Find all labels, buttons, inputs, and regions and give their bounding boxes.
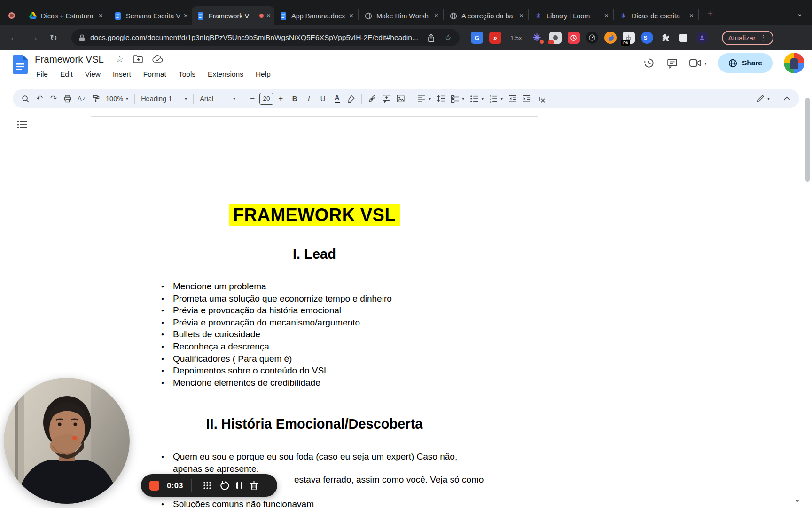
extensions-puzzle-icon[interactable]: [659, 32, 671, 44]
tab-close-icon[interactable]: ×: [604, 12, 609, 20]
tab-close-icon[interactable]: ×: [266, 12, 271, 20]
new-tab-button[interactable]: +: [707, 8, 713, 18]
tab-close-icon[interactable]: ×: [689, 12, 694, 20]
line-spacing-icon[interactable]: [435, 92, 447, 105]
text-color-icon[interactable]: A: [331, 92, 343, 105]
effects-dots-icon[interactable]: [203, 481, 212, 490]
tab-app-banana[interactable]: App Banana.docx ×: [274, 6, 357, 25]
bookmark-star-icon[interactable]: ☆: [445, 32, 452, 43]
restart-recording-icon[interactable]: [219, 481, 229, 490]
paint-format-icon[interactable]: [90, 92, 102, 105]
move-folder-icon[interactable]: [133, 55, 143, 63]
version-history-icon[interactable]: [643, 57, 655, 69]
globe-icon: [449, 12, 457, 20]
menu-insert[interactable]: Insert: [107, 69, 137, 80]
cloud-saved-icon[interactable]: [152, 55, 163, 63]
update-button[interactable]: Atualizar ⋮: [722, 31, 773, 45]
stop-recording-button[interactable]: [149, 481, 159, 491]
side-panel-icon[interactable]: [678, 32, 690, 44]
bold-icon[interactable]: B: [289, 92, 301, 105]
robot-extension-icon[interactable]: Off: [623, 32, 635, 44]
undo-icon[interactable]: ↶: [33, 92, 46, 105]
delete-recording-icon[interactable]: [250, 481, 258, 490]
menu-tools[interactable]: Tools: [172, 69, 202, 80]
star-document-icon[interactable]: ☆: [116, 54, 124, 64]
clear-formatting-icon[interactable]: T: [535, 92, 547, 105]
show-outline-icon[interactable]: [17, 120, 27, 131]
gauge-extension-icon[interactable]: [586, 32, 598, 44]
scroll-down-chevron-icon[interactable]: ⌄: [793, 493, 802, 504]
tab-framework-vsl-active[interactable]: Framework V ×: [192, 6, 274, 25]
tab-close-icon[interactable]: ×: [184, 12, 188, 20]
menu-bar: File Edit View Insert Format Tools Exten…: [30, 69, 277, 80]
forward-button[interactable]: →: [30, 32, 39, 43]
font-select[interactable]: Arial▾: [198, 92, 237, 105]
collapse-toolbar-icon[interactable]: [781, 92, 793, 105]
highlight-color-icon[interactable]: [345, 92, 357, 105]
tab-close-icon[interactable]: ×: [434, 12, 438, 20]
document-title[interactable]: Framework VSL: [35, 54, 104, 65]
share-page-icon[interactable]: [427, 33, 435, 42]
account-avatar[interactable]: [784, 53, 804, 73]
menu-file[interactable]: File: [30, 69, 54, 80]
increase-font-size-icon[interactable]: +: [274, 92, 287, 105]
loom-webcam-bubble[interactable]: [4, 378, 130, 504]
comments-icon[interactable]: [666, 57, 678, 69]
paragraph-style-select[interactable]: Heading 1▾: [139, 92, 189, 105]
menu-format[interactable]: Format: [137, 69, 172, 80]
tab-close-icon[interactable]: ×: [519, 12, 523, 20]
tab-make-him[interactable]: Make Him Worsh ×: [359, 6, 442, 25]
tab-search-chevron-icon[interactable]: ⌄: [796, 10, 803, 17]
list-item: ●Mencione um problema: [91, 280, 538, 293]
search-menus-icon[interactable]: [19, 92, 31, 105]
redo-icon[interactable]: ↷: [47, 92, 60, 105]
bulleted-list-select[interactable]: ▾: [468, 92, 485, 105]
translate-extension-icon[interactable]: G: [471, 32, 483, 44]
tab-a-correcao[interactable]: A correção da ba ×: [445, 6, 527, 25]
tab-close-icon[interactable]: ×: [99, 12, 103, 20]
insert-image-icon[interactable]: [394, 92, 406, 105]
tab-dicas-estrutura[interactable]: Dicas + Estrutura ×: [24, 6, 107, 25]
menu-edit[interactable]: Edit: [54, 69, 79, 80]
underline-icon[interactable]: U: [317, 92, 329, 105]
spellcheck-icon[interactable]: A✓: [76, 92, 88, 105]
document-page[interactable]: FRAMEWORK VSL I. Lead ●Mencione um probl…: [91, 116, 538, 508]
address-bar[interactable]: docs.google.com/document/d/1p3nIqBPzV5Un…: [71, 29, 460, 46]
meet-presentation-button[interactable]: ▾: [689, 58, 707, 68]
tab-semana-escrita[interactable]: Semana Escrita V ×: [109, 6, 192, 25]
insert-link-icon[interactable]: [366, 92, 378, 105]
share-button[interactable]: Share: [718, 53, 773, 73]
font-size-input[interactable]: 20: [259, 93, 273, 105]
tab-library-loom[interactable]: ✳ Library | Loom ×: [530, 6, 612, 25]
kebab-menu-icon[interactable]: ⋮: [760, 33, 767, 42]
zoom-select[interactable]: 100%▾: [104, 92, 130, 105]
tab-dicas-escrita[interactable]: ✳ Dicas de escrita ×: [615, 6, 697, 25]
video-speed-extension-icon[interactable]: »: [489, 32, 501, 44]
loom-extension-icon[interactable]: ✳: [531, 32, 543, 44]
swirl-extension-icon[interactable]: [604, 32, 617, 44]
pause-recording-icon[interactable]: [236, 482, 242, 489]
decrease-indent-icon[interactable]: [507, 92, 519, 105]
menu-view[interactable]: View: [79, 69, 107, 80]
reload-button[interactable]: ↻: [50, 32, 57, 43]
italic-icon[interactable]: I: [303, 92, 315, 105]
profile-avatar-icon[interactable]: [696, 32, 708, 44]
menu-extensions[interactable]: Extensions: [202, 69, 250, 80]
editing-mode-select[interactable]: ▾: [755, 92, 772, 105]
clock-extension-icon[interactable]: [568, 32, 580, 44]
s-extension-icon[interactable]: S_: [641, 32, 653, 44]
checklist-select[interactable]: ▾: [449, 92, 466, 105]
svg-text:3: 3: [490, 100, 491, 102]
scrollbar-thumb[interactable]: [805, 98, 810, 182]
tab-close-icon[interactable]: ×: [349, 12, 353, 20]
numbered-list-select[interactable]: 123▾: [487, 92, 505, 105]
back-button[interactable]: ←: [9, 32, 18, 43]
decrease-font-size-icon[interactable]: −: [246, 92, 258, 105]
google-docs-logo[interactable]: [13, 55, 28, 76]
menu-help[interactable]: Help: [250, 69, 277, 80]
camera-extension-icon[interactable]: [549, 32, 562, 44]
print-icon[interactable]: [62, 92, 74, 105]
add-comment-icon[interactable]: [380, 92, 392, 105]
increase-indent-icon[interactable]: [521, 92, 533, 105]
align-select[interactable]: ▾: [415, 92, 433, 105]
